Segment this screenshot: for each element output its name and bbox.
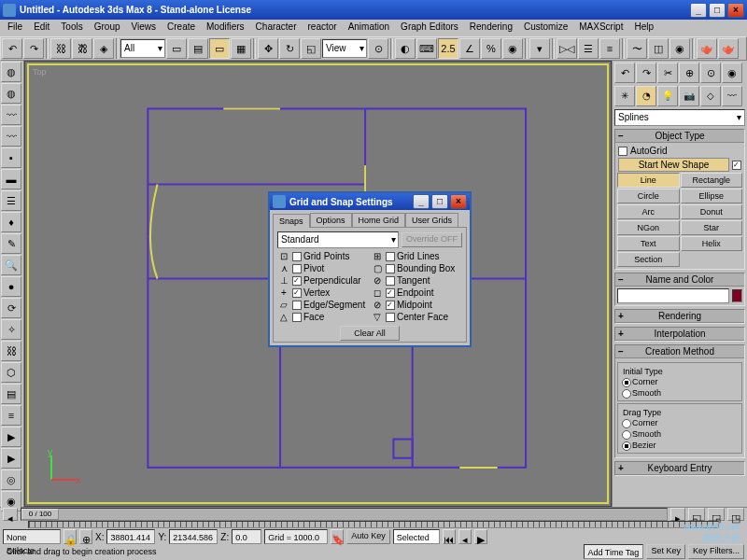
- tab-options[interactable]: Options: [310, 213, 352, 227]
- bind-button[interactable]: ◈: [93, 38, 114, 59]
- menu-customize[interactable]: Customize: [518, 21, 573, 35]
- reactor-icon[interactable]: ✎: [1, 233, 21, 254]
- midpoint-checkbox[interactable]: [386, 301, 395, 310]
- tab-usergrids[interactable]: User Grids: [405, 213, 458, 227]
- shape-ellipse-button[interactable]: Ellipse: [681, 189, 743, 203]
- grid-snap-dialog[interactable]: Grid and Snap Settings _ □ × Snaps Optio…: [268, 191, 472, 347]
- radio-drag-smooth[interactable]: Smooth: [621, 428, 739, 440]
- setkey-button[interactable]: Set Key: [646, 544, 685, 559]
- gridlines-checkbox[interactable]: [386, 252, 395, 261]
- snap-type-dropdown[interactable]: Standard: [277, 231, 399, 248]
- mirror-button[interactable]: ▷◁: [557, 38, 577, 59]
- rotate-button[interactable]: ↻: [279, 38, 300, 59]
- rollup-creation-method[interactable]: Creation Method: [615, 345, 744, 358]
- tab-homegrid[interactable]: Home Grid: [352, 213, 406, 227]
- tab-shapes[interactable]: ◔: [636, 86, 656, 106]
- time-slider[interactable]: 0 / 100: [21, 508, 668, 521]
- vertex-checkbox[interactable]: [292, 288, 302, 298]
- reactor-icon[interactable]: ▤: [1, 384, 21, 404]
- rollup-object-type[interactable]: Object Type: [615, 130, 744, 143]
- menu-group[interactable]: Group: [89, 21, 126, 35]
- move-button[interactable]: ✥: [258, 38, 278, 59]
- window-crossing-button[interactable]: ▦: [231, 38, 251, 59]
- cmd-icon[interactable]: ⊙: [700, 63, 721, 83]
- autogrid-checkbox[interactable]: [618, 147, 627, 156]
- cmd-icon[interactable]: ⊕: [679, 63, 699, 83]
- dialog-maximize-button[interactable]: □: [431, 194, 448, 209]
- shape-circle-button[interactable]: Circle: [617, 189, 680, 203]
- select-name-button[interactable]: ▤: [188, 38, 208, 59]
- reactor-icon[interactable]: ✧: [1, 319, 21, 340]
- dialog-minimize-button[interactable]: _: [413, 194, 430, 209]
- face-checkbox[interactable]: [292, 313, 302, 322]
- nav-icon[interactable]: ◲: [708, 508, 725, 521]
- start-new-shape-button[interactable]: Start New Shape: [618, 158, 729, 172]
- keyfilters-button[interactable]: Key Filters...: [688, 544, 744, 559]
- selection-filter[interactable]: All: [120, 39, 165, 58]
- gridpoints-checkbox[interactable]: [292, 252, 302, 261]
- category-dropdown[interactable]: Splines: [614, 109, 745, 126]
- spinner-snap-button[interactable]: ◉: [502, 38, 523, 59]
- shape-star-button[interactable]: Star: [681, 220, 743, 235]
- y-field[interactable]: 21344.586: [169, 529, 218, 544]
- centerface-checkbox[interactable]: [386, 313, 395, 322]
- radio-drag-corner[interactable]: Corner: [621, 417, 739, 428]
- reactor-icon[interactable]: ▶: [1, 448, 21, 469]
- reactor-icon[interactable]: 〰: [1, 105, 21, 125]
- tab-lights[interactable]: 💡: [657, 86, 678, 106]
- quick-render-button[interactable]: 🫖: [718, 38, 739, 59]
- keymode-button[interactable]: ⌨: [416, 38, 437, 59]
- menu-views[interactable]: Views: [126, 21, 162, 35]
- undo-button[interactable]: ↶: [2, 38, 22, 59]
- angle-snap-button[interactable]: ∠: [459, 38, 480, 59]
- tab-helpers[interactable]: ◇: [700, 86, 721, 106]
- reactor-icon[interactable]: ♦: [1, 212, 21, 232]
- minimize-button[interactable]: _: [690, 3, 707, 18]
- select-region-button[interactable]: ▭: [209, 38, 230, 59]
- rollup-keyboard-entry[interactable]: Keyboard Entry: [615, 462, 744, 475]
- pivot-checkbox[interactable]: [292, 264, 302, 273]
- reactor-icon[interactable]: ⬡: [1, 362, 21, 383]
- reactor-icon[interactable]: ⟳: [1, 298, 21, 318]
- shape-line-button[interactable]: Line: [617, 173, 680, 188]
- rollup-rendering[interactable]: Rendering: [615, 310, 744, 323]
- reactor-icon[interactable]: 🔍: [1, 255, 21, 275]
- material-button[interactable]: ◉: [669, 38, 690, 59]
- reactor-icon[interactable]: ◍: [1, 83, 21, 104]
- z-field[interactable]: 0.0: [232, 529, 261, 544]
- shape-helix-button[interactable]: Helix: [681, 236, 743, 251]
- unlink-button[interactable]: ⛓̸: [72, 38, 92, 59]
- reactor-icon[interactable]: ≡: [1, 405, 21, 426]
- menu-character[interactable]: Character: [250, 21, 303, 35]
- shape-arc-button[interactable]: Arc: [617, 204, 680, 219]
- play-start-button[interactable]: ⏮: [443, 529, 456, 544]
- color-swatch[interactable]: [732, 289, 742, 302]
- menu-create[interactable]: Create: [162, 21, 201, 35]
- center-button[interactable]: ⊙: [368, 38, 388, 59]
- align-button[interactable]: ☰: [578, 38, 599, 59]
- track-bar[interactable]: [28, 521, 719, 528]
- nav-icon[interactable]: ◱: [688, 508, 705, 521]
- tab-cameras[interactable]: 📷: [679, 86, 699, 106]
- close-button[interactable]: ×: [727, 3, 744, 18]
- cmd-icon[interactable]: ↷: [636, 63, 656, 83]
- tag-icon[interactable]: 🔖: [331, 529, 344, 544]
- radio-initial-corner[interactable]: Corner: [621, 376, 739, 387]
- start-new-shape-checkbox[interactable]: [732, 161, 741, 170]
- menu-modifiers[interactable]: Modifiers: [201, 21, 250, 35]
- tangent-checkbox[interactable]: [386, 276, 395, 286]
- manipulate-button[interactable]: ◐: [395, 38, 416, 59]
- menu-maxscript[interactable]: MAXScript: [573, 21, 628, 35]
- reactor-icon[interactable]: ◍: [1, 62, 21, 82]
- redo-button[interactable]: ↷: [23, 38, 44, 59]
- clear-all-button[interactable]: Clear All: [340, 326, 400, 341]
- x-field[interactable]: 38801.414: [106, 529, 155, 544]
- perp-checkbox[interactable]: [292, 276, 302, 286]
- snap-toggle-button[interactable]: 2.5: [438, 38, 458, 59]
- shape-text-button[interactable]: Text: [617, 236, 680, 251]
- reactor-icon[interactable]: ▪: [1, 147, 21, 168]
- tab-snaps[interactable]: Snaps: [273, 214, 310, 228]
- menu-tools[interactable]: Tools: [55, 21, 88, 35]
- play-prev-button[interactable]: ◂: [458, 529, 472, 544]
- menu-help[interactable]: Help: [628, 21, 659, 35]
